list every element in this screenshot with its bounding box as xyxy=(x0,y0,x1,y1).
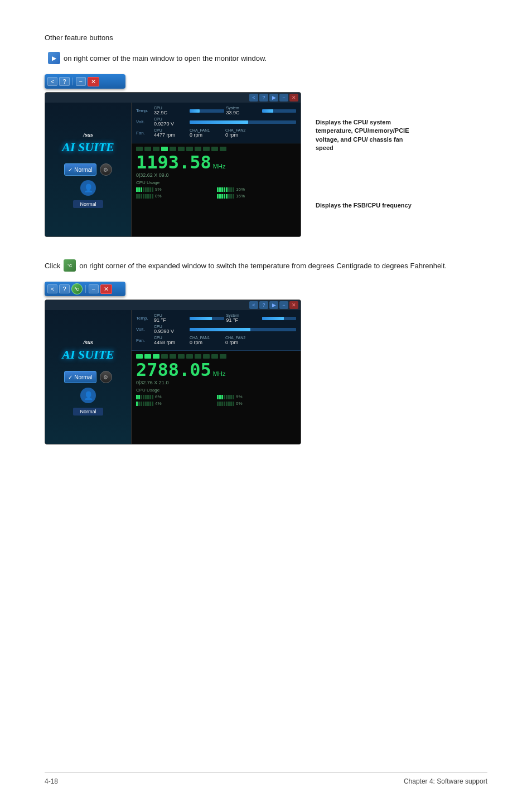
mode-buttons-2: ✓ Normal ⚙ xyxy=(64,371,112,383)
instruction-line-2: Click °C on right corner of the expanded… xyxy=(45,259,487,272)
freq-panel-1: 1193.58 MHz 0|32.62 X 09.0 CPU Usage xyxy=(132,143,301,236)
win2-ctrl-q[interactable]: ? xyxy=(259,301,268,309)
app-right-panel-2: Temp. CPU 91 °F System 91 °F xyxy=(132,310,301,444)
dot xyxy=(186,147,193,151)
toolbar-close-btn[interactable]: ✕ xyxy=(88,77,99,86)
cpu-bars-2: 6% 9% xyxy=(136,394,296,406)
app-body-1: /sus AI SUITE ✓ Normal ⚙ 👤 Normal xyxy=(45,103,301,236)
freq-sub-2: 0|32.76 X 21.0 xyxy=(136,380,296,385)
normal-label-1: Normal xyxy=(73,200,103,208)
dot-active2 xyxy=(153,354,159,359)
win-ctrl-close[interactable]: ✕ xyxy=(289,94,298,102)
freq-sub-1: 0|32.62 X 09.0 xyxy=(136,172,296,178)
win-ctrl-play[interactable]: ▶ xyxy=(269,94,278,102)
win2-ctrl-close[interactable]: ✕ xyxy=(289,301,298,309)
mini-toolbar-1: < ? − ✕ xyxy=(45,74,125,89)
footer-page-num: 4-18 xyxy=(45,777,58,785)
freq-value-2: 2788.05 xyxy=(136,361,211,379)
dot xyxy=(170,147,176,151)
annotation-1: Displays the CPU/ system temperature, CP… xyxy=(316,118,416,153)
dot xyxy=(178,147,185,151)
annotation-2: Displays the FSB/CPU frequency xyxy=(316,201,416,210)
dot2 xyxy=(161,354,168,359)
dot-active2 xyxy=(144,354,151,359)
toolbar2-question-btn[interactable]: ? xyxy=(59,284,69,293)
dot xyxy=(211,147,218,151)
freq-unit-2: MHz xyxy=(213,370,226,377)
app-left-panel-2: /sus AI SUITE ✓ Normal ⚙ 👤 Normal xyxy=(45,310,132,444)
click-label-2: Click xyxy=(45,262,60,270)
instruction-suffix-2: on right corner of the expanded window t… xyxy=(79,262,447,270)
win2-ctrl-play[interactable]: ▶ xyxy=(269,301,278,309)
dot xyxy=(220,147,226,151)
dot2 xyxy=(178,354,185,359)
dot2 xyxy=(186,354,193,359)
dot2 xyxy=(170,354,176,359)
toolbar2-prev-btn[interactable]: < xyxy=(47,284,57,293)
toolbar-minus-btn[interactable]: − xyxy=(76,77,86,86)
win-ctrl-q[interactable]: ? xyxy=(259,94,268,102)
toolbar-question-btn[interactable]: ? xyxy=(59,77,69,86)
app-window-header-2: < ? ▶ − ✕ xyxy=(45,300,301,310)
asus-logo-1: /sus xyxy=(83,131,93,138)
temp-icon-btn[interactable]: °C xyxy=(64,259,76,272)
app-left-panel-1: /sus AI SUITE ✓ Normal ⚙ 👤 Normal xyxy=(45,103,132,236)
person-icon: 👤 xyxy=(80,180,96,196)
freq-dots-1 xyxy=(136,147,296,151)
page-footer: 4-18 Chapter 4: Software support xyxy=(45,772,487,785)
ai-suite-text-1: AI SUITE xyxy=(62,140,114,154)
dot2 xyxy=(220,354,226,359)
mode-buttons-1: ✓ Normal ⚙ xyxy=(64,163,112,176)
dot-active xyxy=(161,147,168,151)
asus-logo-2: /sus xyxy=(83,339,93,345)
freq-panel-2: 2788.05 MHz 0|32.76 X 21.0 CPU Usage xyxy=(132,351,301,444)
dot2 xyxy=(195,354,201,359)
toolbar-prev-btn[interactable]: < xyxy=(47,77,57,86)
freq-unit-1: MHz xyxy=(213,163,226,170)
app-body-2: /sus AI SUITE ✓ Normal ⚙ 👤 Normal xyxy=(45,310,301,444)
app-window-1: < ? ▶ − ✕ /sus AI SUITE ✓ Normal ⚙ xyxy=(45,92,301,237)
ai-suite-text-2: AI SUITE xyxy=(62,347,114,362)
section-title: Other feature buttons xyxy=(45,33,487,42)
dot xyxy=(203,147,210,151)
dot-active2 xyxy=(136,354,143,359)
cpu-bars-1: 9% 16% xyxy=(136,187,296,199)
freq-dots-2 xyxy=(136,354,296,359)
settings-icon[interactable]: ⚙ xyxy=(100,163,112,176)
cpu-usage-label-1: CPU Usage xyxy=(136,180,296,185)
app-window-2: < ? ▶ − ✕ /sus AI SUITE ✓ Normal xyxy=(45,299,301,445)
settings-icon-2[interactable]: ⚙ xyxy=(100,371,112,383)
win2-ctrl-min[interactable]: − xyxy=(279,301,288,309)
normal-label-2: Normal xyxy=(73,408,103,416)
cpu-usage-label-2: CPU Usage xyxy=(136,388,296,393)
app-right-panel-1: Temp. CPU 32.9C System 33.9C xyxy=(132,103,301,236)
checkmark-btn-2[interactable]: ✓ Normal xyxy=(64,371,96,383)
win2-ctrl-prev[interactable]: < xyxy=(249,301,258,309)
monitor-icon-btn[interactable]: ▶ xyxy=(48,52,60,64)
instruction-line-1: ▶ on right corner of the main window to … xyxy=(45,52,487,64)
win-ctrl-prev[interactable]: < xyxy=(249,94,258,102)
dot xyxy=(195,147,201,151)
footer-chapter: Chapter 4: Software support xyxy=(404,777,487,785)
stats-panel-1: Temp. CPU 32.9C System 33.9C xyxy=(132,103,301,143)
win-ctrl-min[interactable]: − xyxy=(279,94,288,102)
dot xyxy=(144,147,151,151)
person-icon-2: 👤 xyxy=(80,388,96,403)
checkmark-btn[interactable]: ✓ Normal xyxy=(64,163,96,176)
instruction-suffix-1: on right corner of the main window to op… xyxy=(64,54,267,62)
app-window-header-1: < ? ▶ − ✕ xyxy=(45,93,301,103)
toolbar2-close-btn[interactable]: ✕ xyxy=(100,284,112,294)
mini-toolbar-2: < ? °C − ✕ xyxy=(45,282,125,296)
stats-panel-2: Temp. CPU 91 °F System 91 °F xyxy=(132,310,301,351)
section-2: Click °C on right corner of the expanded… xyxy=(45,259,487,445)
toolbar2-minus-btn[interactable]: − xyxy=(89,284,99,293)
celsius-icon[interactable]: °C xyxy=(71,283,83,294)
dot2 xyxy=(211,354,218,359)
freq-value-1: 1193.58 xyxy=(136,153,211,171)
dot xyxy=(153,147,159,151)
dot xyxy=(136,147,143,151)
dot2 xyxy=(203,354,210,359)
